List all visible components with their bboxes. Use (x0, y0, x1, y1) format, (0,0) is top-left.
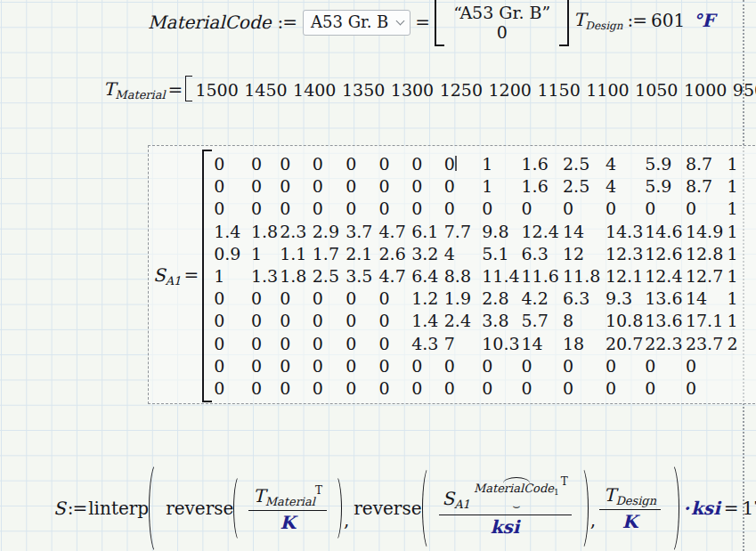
assign-operator: := (276, 12, 299, 33)
close-paren (663, 462, 679, 551)
matrix-cell: 0 (313, 198, 345, 220)
matrix-cell: 7 (444, 332, 482, 354)
matrix-cell: 0 (214, 175, 251, 198)
matrix-cell: 0 (444, 354, 482, 377)
mathcad-worksheet: MaterialCode := A53 Gr. B = “A53 Gr. B” … (0, 0, 756, 551)
matrix-cell: 10.3 (482, 332, 521, 354)
formula-lhs: S (53, 498, 66, 519)
t-material-value: 1100 (586, 80, 629, 100)
matrix-cell: 1.3 (251, 264, 280, 287)
matrix-cell: 1 (727, 264, 756, 287)
left-bracket (185, 76, 192, 101)
fraction-bar (599, 509, 661, 510)
open-paren (422, 466, 437, 551)
matrix-cell: 0 (522, 198, 563, 220)
matrix-cell: 18 (563, 332, 606, 354)
matrix-cell: 5.9 (645, 175, 686, 198)
t-material-value: 1250 (440, 80, 483, 100)
material-code-name: MaterialCode (148, 12, 272, 33)
matrix-cell: 14.9 (686, 220, 727, 242)
t-material-region[interactable]: TMaterial = 1500145014001350130012501200… (103, 76, 756, 104)
matrix-cell: 0 (411, 175, 444, 198)
matrix-cell: 0 (345, 175, 378, 198)
matrix-cell: 0 (313, 288, 345, 310)
matrix-cell: 1.2 (411, 288, 444, 310)
t-material-values: 1500145014001350130012501200115011001050… (195, 80, 756, 100)
s-a1-matrix-table: 0000000011.62.545.98.710000000011.62.545… (214, 152, 756, 399)
matrix-cell: 1.6 (522, 152, 563, 174)
t-material-value: 1200 (489, 80, 532, 100)
matrix-cell: 0 (563, 198, 606, 220)
matrix-cell: 0 (251, 310, 280, 332)
chevron-down-icon[interactable] (396, 16, 405, 25)
matrix-cell: 4 (606, 152, 645, 174)
column-operator: MaterialCode1 ⌣ (474, 479, 559, 511)
matrix-cell: 1 (727, 288, 756, 310)
smile-icon: ⌣ (512, 500, 520, 511)
matrix-cell: 0 (280, 332, 313, 354)
matrix-cell: 0 (645, 377, 686, 399)
text-cursor (455, 156, 457, 171)
matrix-cell: 0 (411, 152, 444, 174)
interp-formula-region[interactable]: S := linterp reverse TMaterialT K , reve… (53, 457, 756, 551)
matrix-cell: 0 (214, 288, 251, 310)
comma: , (342, 509, 351, 531)
t-material-value: 1050 (635, 80, 678, 100)
matrix-cell: 0 (214, 332, 251, 354)
matrix-cell: 6.3 (522, 242, 563, 264)
matrix-cell: 12.8 (686, 242, 727, 264)
fraction-bar (439, 515, 572, 515)
t-material-value: 1150 (537, 80, 580, 100)
material-code-result-vector: “A53 Gr. B” 0 (435, 0, 569, 46)
matrix-row: 1.41.82.32.93.74.76.17.79.812.41414.314.… (214, 220, 756, 242)
matrix-cell: 0 (313, 310, 345, 332)
matrix-cell: 0 (345, 332, 378, 354)
matrix-cell: 1 (214, 264, 251, 287)
matrix-cell: 0 (482, 198, 521, 220)
matrix-cell: 1 (482, 175, 521, 198)
matrix-cell: 1 (727, 310, 756, 332)
matrix-cell: 0 (280, 288, 313, 310)
matrix-row: 000000000000001 (214, 198, 756, 220)
material-code-region[interactable]: MaterialCode := A53 Gr. B = “A53 Gr. B” … (148, 0, 569, 46)
matrix-cell: 0 (251, 354, 280, 377)
matrix-cell: 0 (482, 377, 521, 399)
matrix-cell: 0 (686, 198, 727, 220)
matrix-cell: 4.7 (379, 264, 412, 287)
matrix-cell: 0 (214, 354, 251, 377)
matrix-cell: 2.5 (563, 175, 606, 198)
matrix-cell: 0 (606, 198, 645, 220)
t-material-name: TMaterial (103, 78, 166, 101)
matrix-cell: 0 (280, 377, 313, 399)
matrix-row: 0000001.21.92.84.26.39.313.6141 (214, 288, 756, 310)
matrix-cell: 0 (345, 377, 378, 399)
s-a1-matrix-region[interactable]: SA1= 0000000011.62.545.98.710000000011.6… (153, 150, 756, 402)
matrix-cell: 0 (379, 198, 412, 220)
matrix-cell: 4.7 (379, 220, 412, 242)
matrix-cell: 8.7 (686, 152, 727, 174)
material-code-combobox[interactable]: A53 Gr. B (303, 10, 411, 36)
matrix-cell: 3.2 (411, 242, 444, 264)
t-design-region[interactable]: TDesign := 601 °F (573, 6, 714, 35)
matrix-cell: 2.3 (280, 220, 313, 242)
equals-sign: = (166, 79, 186, 101)
s-a1-symbol: SA1 (443, 488, 470, 511)
matrix-cell: 0 (251, 152, 280, 174)
matrix-cell: 0 (379, 288, 412, 310)
assign-operator: := (66, 498, 89, 519)
matrix-cell: 0 (345, 152, 378, 174)
multiply-dot: · (679, 498, 691, 519)
matrix-cell: 0 (313, 332, 345, 354)
matrix-cell: 0 (522, 377, 563, 399)
matrix-cell: 0 (214, 152, 251, 174)
matrix-cell: 0 (379, 354, 412, 377)
matrix-cell: 1.4 (411, 310, 444, 332)
t-material-value: 1450 (244, 80, 287, 100)
matrix-cell: 8.7 (686, 175, 727, 198)
t-material-value: 950 (733, 80, 756, 100)
matrix-cell: 2.6 (379, 242, 412, 264)
matrix-cell: 0 (645, 354, 686, 377)
left-bracket (202, 150, 212, 402)
matrix-cell: 0 (313, 377, 345, 399)
matrix-row: 0000000011.62.545.98.71 (214, 175, 756, 198)
